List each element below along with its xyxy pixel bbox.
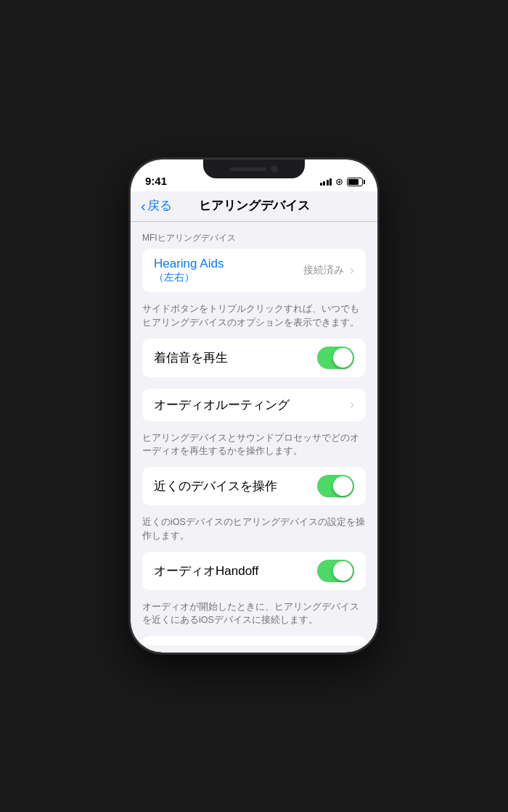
ringtone-group: 着信音を再生 bbox=[142, 339, 366, 377]
hearing-aids-info: Hearing Aids （左右） bbox=[154, 257, 303, 284]
section-mfi-label: MFIヒアリングデバイス bbox=[131, 222, 377, 249]
navigation-bar: ‹ 戻る ヒアリングデバイス bbox=[131, 191, 377, 222]
nearby-row[interactable]: 近くのデバイスを操作 bbox=[142, 467, 366, 505]
hearing-aids-right: 接続済み › bbox=[303, 263, 354, 278]
back-label: 戻る bbox=[147, 197, 172, 214]
handoff-group: オーディオHandoff bbox=[142, 552, 366, 590]
front-camera bbox=[271, 165, 278, 173]
nearby-toggle[interactable] bbox=[317, 475, 354, 497]
wifi-icon: ⊛ bbox=[335, 176, 343, 187]
back-button[interactable]: ‹ 戻る bbox=[141, 197, 172, 214]
toggle-knob-handoff bbox=[333, 561, 353, 581]
notch bbox=[203, 160, 305, 178]
audio-routing-row[interactable]: オーディオルーティング › bbox=[142, 389, 366, 421]
lock-screen-group: ロック画面からのコントロール bbox=[142, 636, 366, 645]
speaker bbox=[230, 167, 266, 171]
toggle-knob bbox=[333, 348, 353, 368]
ringtone-label: 着信音を再生 bbox=[154, 349, 228, 366]
hearing-aids-row[interactable]: Hearing Aids （左右） 接続済み › bbox=[142, 249, 366, 292]
page-title: ヒアリングデバイス bbox=[199, 197, 310, 214]
hearing-aids-name: Hearing Aids bbox=[154, 257, 303, 271]
status-time: 9:41 bbox=[145, 175, 167, 187]
back-chevron-icon: ‹ bbox=[141, 199, 146, 213]
description-handoff: オーディオが開始したときに、ヒアリングデバイスを近くにあるiOSデバイスに接続し… bbox=[131, 596, 377, 637]
handoff-toggle[interactable] bbox=[317, 560, 354, 582]
lock-screen-label: ロック画面からのコントロール bbox=[154, 644, 317, 645]
phone-frame: 9:41 ⊛ ‹ 戻る ヒアリングデバイス bbox=[131, 160, 377, 652]
handoff-row[interactable]: オーディオHandoff bbox=[142, 552, 366, 590]
audio-routing-label: オーディオルーティング bbox=[154, 397, 290, 413]
hearing-aids-subtitle: （左右） bbox=[154, 271, 303, 284]
audio-routing-group: オーディオルーティング › bbox=[142, 389, 366, 421]
description-nearby: 近くのiOSデバイスのヒアリングデバイスの設定を操作します。 bbox=[131, 511, 377, 552]
phone-screen: 9:41 ⊛ ‹ 戻る ヒアリングデバイス bbox=[131, 160, 377, 652]
ringtone-toggle[interactable] bbox=[317, 347, 354, 369]
description-triple-click: サイドボタンをトリプルクリックすれば、いつでもヒアリングデバイスのオプションを表… bbox=[131, 298, 377, 339]
toggle-knob-nearby bbox=[333, 476, 353, 496]
audio-routing-chevron-icon: › bbox=[350, 397, 354, 412]
lock-screen-row[interactable]: ロック画面からのコントロール bbox=[142, 636, 366, 645]
nearby-group: 近くのデバイスを操作 bbox=[142, 467, 366, 505]
content-area: MFIヒアリングデバイス Hearing Aids （左右） 接続済み › サイ… bbox=[131, 222, 377, 645]
signal-icon bbox=[320, 178, 332, 186]
nearby-label: 近くのデバイスを操作 bbox=[154, 478, 277, 494]
description-audio-routing: ヒアリングデバイスとサウンドプロセッサでどのオーディオを再生するかを操作します。 bbox=[131, 427, 377, 468]
handoff-label: オーディオHandoff bbox=[154, 563, 258, 579]
ringtone-row[interactable]: 着信音を再生 bbox=[142, 339, 366, 377]
battery-icon bbox=[347, 178, 363, 186]
status-icons: ⊛ bbox=[320, 176, 364, 187]
hearing-aids-group: Hearing Aids （左右） 接続済み › bbox=[142, 249, 366, 292]
chevron-right-icon: › bbox=[350, 263, 354, 278]
connected-label: 接続済み bbox=[303, 264, 344, 277]
